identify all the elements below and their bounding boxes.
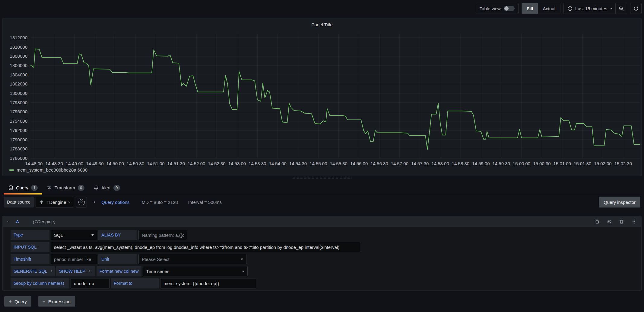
question-circle-icon: ? [78, 199, 85, 205]
svg-text:1786000: 1786000 [10, 156, 27, 161]
unit-select[interactable]: Please Select [138, 254, 246, 264]
chevron-right-icon [49, 270, 52, 272]
svg-text:14:49:00: 14:49:00 [66, 161, 83, 166]
time-series-chart: 1786000178800017900001792000179400017960… [3, 31, 641, 173]
time-picker-group: Last 15 minutes [563, 3, 627, 14]
group-by-input[interactable] [71, 278, 109, 288]
form-row-format: GENERATE SQL SHOW HELP Format new col ne… [11, 266, 641, 276]
transform-arrows-icon [47, 185, 52, 190]
alias-by-label: ALIAS BY [98, 230, 137, 240]
chevron-right-icon [88, 270, 90, 272]
copy-icon [594, 219, 599, 224]
datasource-picker[interactable]: TDengine [36, 197, 74, 207]
duplicate-query-button[interactable] [594, 219, 599, 224]
plus-icon: + [43, 298, 46, 304]
query-ref-id: A [16, 219, 19, 224]
table-view-toggle[interactable] [504, 6, 515, 11]
svg-text:1800000: 1800000 [10, 91, 27, 96]
tab-query[interactable]: Query 1 [4, 181, 42, 195]
query-header-actions [594, 219, 636, 224]
input-sql-input[interactable] [51, 242, 360, 252]
svg-text:1810000: 1810000 [10, 44, 27, 50]
timeshift-input[interactable] [51, 254, 97, 264]
svg-text:14:52:30: 14:52:30 [208, 161, 225, 166]
tab-query-badge: 1 [31, 185, 38, 191]
svg-text:14:56:30: 14:56:30 [370, 161, 388, 166]
drag-query-handle[interactable] [631, 219, 636, 224]
fill-button[interactable]: Fill [522, 3, 538, 14]
table-view-group: Table view [476, 3, 519, 14]
tab-alert-badge: 0 [113, 185, 120, 191]
generate-sql-button[interactable]: GENERATE SQL [11, 266, 55, 276]
datasource-picker-value: TDengine [46, 200, 66, 205]
svg-text:14:51:30: 14:51:30 [167, 161, 185, 166]
topbar: Table view Fill Actual Last 15 minutes [0, 0, 644, 17]
time-range-picker[interactable]: Last 15 minutes [564, 3, 615, 14]
clock-icon [567, 6, 573, 11]
svg-text:1804000: 1804000 [10, 72, 27, 77]
svg-text:15:00:30: 15:00:30 [533, 161, 550, 166]
bell-icon [94, 185, 99, 190]
time-series-panel: Panel Title 1786000178800017900001792000… [2, 18, 642, 176]
actual-button[interactable]: Actual [538, 3, 560, 14]
drag-handle-icon [631, 219, 636, 224]
panel-resize-handle[interactable] [293, 178, 352, 179]
query-inspector-button[interactable]: Query inspector [599, 197, 640, 207]
legend-item[interactable]: mem_system_bee006bbe28a:6030 [9, 167, 87, 172]
query-editor-header: A (TDengine) [3, 216, 641, 227]
svg-text:15:02:30: 15:02:30 [614, 161, 632, 166]
chevron-down-icon [610, 7, 612, 9]
database-icon [8, 185, 13, 190]
svg-text:14:55:30: 14:55:30 [330, 161, 347, 166]
zoom-out-button[interactable] [615, 3, 627, 14]
hide-query-button[interactable] [607, 219, 612, 224]
svg-text:14:58:30: 14:58:30 [452, 161, 469, 166]
svg-text:15:01:30: 15:01:30 [574, 161, 591, 166]
interval-text: Interval = 500ms [188, 200, 222, 205]
svg-text:14:58:00: 14:58:00 [431, 161, 449, 166]
panel-title[interactable]: Panel Title [3, 22, 641, 27]
chevron-down-icon [68, 200, 71, 203]
unit-label: Unit [98, 254, 137, 264]
format-to-input[interactable] [160, 278, 256, 288]
refresh-button[interactable] [630, 3, 641, 14]
collapse-query-icon[interactable] [7, 220, 10, 222]
show-help-button[interactable]: SHOW HELP [56, 266, 95, 276]
svg-text:14:54:00: 14:54:00 [269, 161, 286, 166]
svg-text:1812000: 1812000 [10, 35, 27, 40]
form-row-type: Type SQL ALIAS BY [11, 230, 641, 240]
tab-transform[interactable]: Transform 0 [42, 181, 89, 195]
remove-query-button[interactable] [619, 219, 624, 224]
series-name: mem_system_bee006bbe28a:6030 [17, 167, 87, 172]
alias-by-input[interactable] [138, 230, 187, 240]
tab-alert[interactable]: Alert 0 [89, 181, 125, 195]
add-expression-button[interactable]: + Expression [38, 296, 75, 307]
svg-text:14:49:30: 14:49:30 [86, 161, 103, 166]
svg-text:14:55:00: 14:55:00 [309, 161, 327, 166]
datasource-label: Data source [4, 197, 34, 207]
datasource-help-button[interactable]: ? [76, 197, 87, 207]
svg-text:1802000: 1802000 [10, 81, 27, 86]
plus-icon: + [9, 298, 12, 304]
svg-text:14:57:30: 14:57:30 [411, 161, 429, 166]
svg-text:14:57:00: 14:57:00 [391, 161, 408, 166]
timeshift-label: Timeshift [11, 254, 49, 264]
tab-transform-label: Transform [55, 185, 75, 190]
type-select[interactable]: SQL [51, 230, 97, 240]
editor-tabs: Query 1 Transform 0 Alert 0 [2, 181, 642, 195]
add-query-button[interactable]: + Query [4, 296, 31, 307]
editor-footer: + Query + Expression [4, 296, 75, 307]
format-select[interactable]: Time series [143, 266, 248, 276]
svg-text:1788000: 1788000 [10, 146, 27, 151]
caret-down-icon [91, 234, 94, 236]
form-row-group-by: Group by column name(s) Format to [11, 278, 641, 288]
svg-text:14:50:30: 14:50:30 [127, 161, 144, 166]
time-range-label: Last 15 minutes [575, 6, 607, 11]
refresh-button-group [630, 3, 642, 14]
svg-text:1806000: 1806000 [10, 63, 27, 68]
max-data-points-text: MD = auto = 2128 [142, 200, 178, 205]
datasource-row: Data source TDengine ? Query options MD … [2, 196, 642, 208]
svg-text:15:01:00: 15:01:00 [554, 161, 571, 166]
grafana-panel-editor: Table view Fill Actual Last 15 minutes [0, 0, 644, 312]
query-options-toggle[interactable]: Query options [100, 199, 131, 205]
